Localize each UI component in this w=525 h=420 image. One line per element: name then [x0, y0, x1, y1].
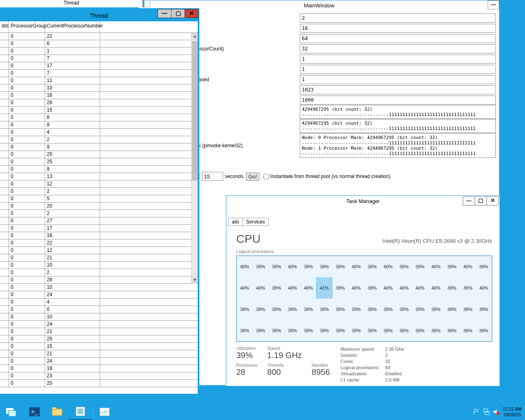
main-row-value[interactable]: 1 — [300, 75, 496, 84]
col-current-processor-number[interactable]: CurrentProcessorNumber — [45, 21, 100, 32]
cpu-cell[interactable]: 39% — [476, 299, 492, 320]
table-row[interactable]: 04 — [0, 299, 198, 306]
cpu-cell[interactable]: 39% — [428, 320, 444, 341]
cpu-cell[interactable]: 39% — [316, 299, 332, 320]
cpu-cell[interactable]: 39% — [428, 299, 444, 320]
main-row-value[interactable]: 16 — [300, 24, 496, 33]
table-row[interactable]: 012 — [0, 180, 198, 188]
table-row[interactable]: 01 — [0, 48, 198, 55]
seconds-input[interactable] — [202, 172, 223, 181]
clock-date[interactable]: 2/6/2015 — [503, 412, 522, 418]
table-row[interactable]: 08 — [0, 114, 198, 121]
table-row[interactable]: 02 — [0, 269, 198, 276]
cpu-cell[interactable]: 39% — [253, 320, 269, 341]
cpu-cell[interactable]: 39% — [412, 299, 428, 320]
table-row[interactable]: 02 — [0, 136, 198, 144]
table-row[interactable]: 026 — [0, 99, 198, 107]
cpu-cell[interactable]: 39% — [301, 299, 317, 320]
cpu-cell[interactable]: 39% — [301, 320, 317, 341]
cpu-cell[interactable]: 40% — [460, 256, 476, 277]
table-row[interactable]: 028 — [0, 276, 198, 284]
cpu-cell[interactable]: 39% — [444, 299, 460, 320]
table-row[interactable]: 07 — [0, 70, 198, 77]
table-row[interactable]: 024 — [0, 321, 198, 328]
cpu-cell[interactable]: 39% — [364, 320, 380, 341]
table-row[interactable]: 027 — [0, 217, 198, 225]
cpu-cell[interactable]: 39% — [348, 299, 364, 320]
table-row[interactable]: 02 — [0, 188, 198, 195]
cpu-cell[interactable]: 39% — [348, 320, 364, 341]
cpu-cell[interactable]: 39% — [269, 320, 285, 341]
thread-close-button[interactable]: ✕ — [185, 9, 199, 18]
cpu-cell[interactable]: 39% — [253, 299, 269, 320]
cpu-cell[interactable]: 39% — [444, 320, 460, 341]
cpu-cell[interactable]: 39% — [460, 277, 476, 299]
cpu-cell[interactable]: 40% — [348, 277, 364, 299]
table-row[interactable]: 015 — [0, 107, 198, 114]
tm-maximize-button[interactable]: ▢ — [475, 196, 487, 205]
cpu-cell[interactable]: 41% — [316, 277, 332, 299]
thread-maximize-button[interactable]: ▢ — [171, 9, 185, 18]
cpu-cell[interactable]: 40% — [476, 277, 492, 299]
cpu-cell[interactable]: 39% — [412, 256, 428, 277]
cpu-cell[interactable]: 39% — [380, 299, 396, 320]
cpu-cell[interactable]: 39% — [364, 277, 380, 299]
cpu-cell[interactable]: 40% — [348, 256, 364, 277]
main-row-value[interactable]: 4294967295 (bit count: 32) -------------… — [300, 105, 496, 119]
table-row[interactable]: 02 — [0, 210, 198, 217]
cpu-cell[interactable]: 39% — [285, 299, 301, 320]
main-minimize-button[interactable]: — — [488, 0, 499, 9]
main-row-value[interactable]: Node: 0 Processor Mask: 4294967295 (bit … — [300, 133, 496, 158]
tab-details[interactable]: ails — [228, 218, 243, 226]
cpu-cell[interactable]: 39% — [444, 277, 460, 299]
clock-time[interactable]: 11:22 AM — [503, 406, 522, 412]
cpu-cell[interactable]: 39% — [269, 256, 285, 277]
thread-minimize-button[interactable]: — — [158, 9, 171, 18]
main-row-value[interactable]: 1000 — [300, 96, 496, 105]
table-row[interactable]: 021 — [0, 254, 198, 262]
cpu-cell[interactable]: 40% — [285, 256, 301, 277]
table-row[interactable]: 09 — [0, 121, 198, 129]
table-row[interactable]: 019 — [0, 365, 198, 372]
cpu-cell[interactable]: 40% — [237, 256, 253, 277]
app-icon[interactable] — [69, 404, 92, 420]
tab-services[interactable]: Services — [242, 218, 269, 226]
cpu-cell[interactable]: 39% — [316, 256, 332, 277]
main-row-value[interactable]: 2 — [300, 14, 496, 23]
table-row[interactable]: 022 — [0, 240, 198, 247]
table-row[interactable]: 024 — [0, 291, 198, 299]
cpu-cell[interactable]: 40% — [301, 277, 317, 299]
cpu-cell[interactable]: 40% — [380, 277, 396, 299]
cpu-cell[interactable]: 39% — [332, 320, 348, 341]
table-row[interactable]: 017 — [0, 225, 198, 232]
table-row[interactable]: 06 — [0, 40, 198, 48]
table-row[interactable]: 025 — [0, 151, 198, 158]
scroll-down-icon[interactable]: ▾ — [192, 276, 198, 284]
cpu-cell[interactable]: 40% — [253, 277, 269, 299]
powershell-icon[interactable]: >_ — [23, 404, 46, 420]
main-row-value[interactable]: 4294967295 (bit count: 32) -------------… — [300, 119, 496, 133]
cpu-cell[interactable]: 39% — [316, 320, 332, 341]
cpu-cell[interactable]: 39% — [444, 256, 460, 277]
cpu-cell[interactable]: 39% — [269, 299, 285, 320]
table-row[interactable]: 09 — [0, 166, 198, 173]
table-row[interactable]: 010 — [0, 84, 198, 92]
cpu-cell[interactable]: 39% — [412, 320, 428, 341]
cpu-cell[interactable]: 39% — [285, 320, 301, 341]
flag-icon[interactable] — [473, 409, 480, 415]
table-row[interactable]: 07 — [0, 55, 198, 62]
table-row[interactable]: 010 — [0, 284, 198, 291]
table-row[interactable]: 017 — [0, 62, 198, 70]
table-row[interactable]: 09 — [0, 144, 198, 151]
cpu-cell[interactable]: 39% — [237, 320, 253, 341]
table-row[interactable]: 024 — [0, 358, 198, 365]
table-row[interactable]: 012 — [0, 247, 198, 254]
cpu-cell[interactable]: 39% — [364, 299, 380, 320]
scroll-thumb[interactable] — [192, 41, 198, 180]
thread-scrollbar[interactable]: ▴ ▾ — [191, 33, 198, 284]
cpu-cell[interactable]: 39% — [460, 299, 476, 320]
cpu-cell[interactable]: 39% — [237, 299, 253, 320]
table-row[interactable]: 021 — [0, 328, 198, 336]
cpu-cell[interactable]: 39% — [396, 299, 412, 320]
cpu-cell[interactable]: 39% — [364, 256, 380, 277]
